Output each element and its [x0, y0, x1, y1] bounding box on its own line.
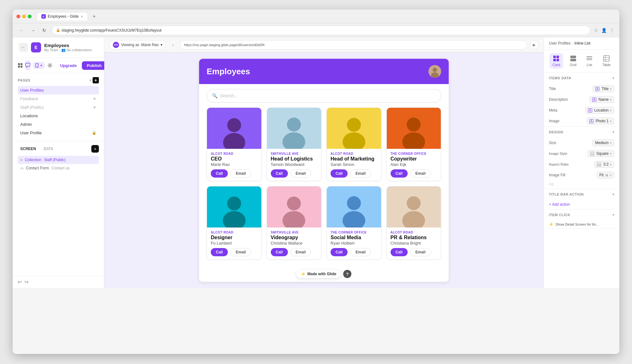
page-item-locations[interactable]: Locations	[18, 112, 99, 120]
card-view-button[interactable]: Card	[550, 53, 563, 69]
image-fill-value: Fit	[599, 173, 604, 177]
layout-view-button[interactable]	[25, 60, 30, 70]
item-click-header[interactable]: ITEM CLICK ▾	[544, 209, 619, 220]
page-item-user-profile[interactable]: User Profile 🔒	[18, 129, 99, 137]
help-button[interactable]: ?	[343, 270, 351, 278]
card-title-3: Copywriter	[391, 156, 437, 162]
new-tab-button[interactable]: +	[90, 13, 98, 20]
page-item-user-profiles[interactable]: User Profiles	[18, 86, 99, 94]
email-button-0[interactable]: Email	[230, 169, 251, 178]
email-button-7[interactable]: Email	[410, 248, 431, 256]
employee-card-3[interactable]: THE CORNER OFFICE Copywriter Alan Eijk C…	[386, 107, 441, 181]
grid-view-button-right[interactable]: Grid	[567, 53, 580, 69]
meta-field-select[interactable]: A Location ▾	[585, 107, 614, 114]
settings-button[interactable]	[47, 60, 52, 70]
profile-icon[interactable]: 👤	[601, 28, 607, 33]
svg-point-21	[223, 211, 246, 228]
employee-card-5[interactable]: SMITHVILLE AVE Videograpy Christina Wall…	[267, 186, 322, 260]
description-field-label: Description	[549, 97, 571, 102]
screen-item-collection[interactable]: ≡ Collection Staff (Public)	[18, 156, 99, 164]
email-button-4[interactable]: Email	[230, 248, 251, 256]
email-button-1[interactable]: Email	[290, 169, 311, 178]
employee-card-1[interactable]: SMITHVILLE AVE Head of Logistics Tamsin …	[267, 107, 322, 181]
close-btn[interactable]	[16, 15, 20, 18]
minimize-btn[interactable]	[22, 15, 26, 18]
back-button[interactable]: ←	[18, 27, 25, 34]
email-button-2[interactable]: Email	[350, 169, 371, 178]
breadcrumb-current: Inline List	[574, 41, 591, 46]
employee-card-7[interactable]: ALCOT ROAD PR & Relations Christiana Bri…	[386, 186, 441, 260]
pages-chevron[interactable]: ▾	[89, 78, 92, 82]
traffic-lights	[16, 15, 32, 18]
email-button-5[interactable]: Email	[290, 248, 311, 256]
svg-rect-0	[18, 63, 20, 65]
app-back-button[interactable]: ←	[19, 43, 28, 52]
preview-play-button[interactable]: ▶	[530, 40, 538, 49]
screen-item-contact-form[interactable]: ▭ Contact Form Contact us	[18, 164, 99, 172]
page-item-feedback[interactable]: Feedback 👁	[18, 94, 99, 103]
reload-button[interactable]: ↻	[40, 27, 48, 34]
image-fill-row: Image Fill Fit ⊙ ▾	[544, 170, 619, 180]
email-button-6[interactable]: Email	[350, 248, 371, 256]
url-bar[interactable]: 🔒 staging.heyglide.com/app/FeuesCXSUIJzM…	[52, 26, 590, 35]
image-style-row: Image Style □ Square ▾	[544, 148, 619, 159]
call-button-1[interactable]: Call	[271, 169, 288, 178]
items-data-header[interactable]: ITEMS DATA ▾	[544, 73, 619, 83]
svg-point-14	[287, 118, 301, 131]
employee-card-2[interactable]: ALCOT ROAD Head of Marketing Sarah Simon…	[326, 107, 381, 181]
call-button-7[interactable]: Call	[391, 248, 408, 256]
search-box[interactable]: 🔍 Search...	[207, 89, 441, 102]
undo-button[interactable]: ↩	[18, 279, 22, 285]
call-button-2[interactable]: Call	[331, 169, 348, 178]
call-button-5[interactable]: Call	[271, 248, 288, 256]
eye-off-icon-2: 👁	[93, 106, 96, 109]
fit-icon: ⊙	[605, 173, 608, 177]
viewing-as-selector[interactable]: MR Viewing as Marie Rao ▾	[109, 40, 166, 50]
image-field-select[interactable]: A Photo 1 ▾	[586, 118, 614, 124]
menu-icon[interactable]: ⋮	[610, 28, 614, 33]
image-fill-select[interactable]: Fit ⊙ ▾	[597, 172, 614, 179]
employee-card-4[interactable]: ALCOT ROAD Designer Fo Lambert Call Emai…	[207, 186, 262, 260]
breadcrumb-parent[interactable]: User Profiles	[549, 41, 571, 46]
maximize-btn[interactable]	[28, 15, 32, 18]
device-selector[interactable]: ▾	[33, 62, 45, 69]
description-field-select[interactable]: A Name ▾	[589, 96, 614, 103]
table-view-button[interactable]: Table	[599, 53, 614, 69]
size-select[interactable]: Medium ▾	[592, 139, 614, 146]
bookmark-icon[interactable]: ☆	[594, 28, 598, 33]
screen-tab[interactable]: SCREEN	[18, 146, 39, 152]
preview-back-button[interactable]: ‹	[168, 40, 177, 49]
card-image-1	[267, 108, 321, 149]
active-tab[interactable]: E Employees - Glide ✕	[37, 12, 88, 21]
design-header[interactable]: DESIGN ▾	[544, 127, 619, 137]
list-view-button[interactable]: List	[583, 53, 596, 69]
aspect-ratio-select[interactable]: ▭ 3:2 ▾	[594, 161, 614, 168]
email-button-3[interactable]: Email	[410, 169, 431, 178]
meta-chevron-icon: ▾	[610, 109, 611, 112]
add-page-button[interactable]: +	[93, 77, 99, 83]
call-button-4[interactable]: Call	[211, 248, 228, 256]
image-style-select[interactable]: □ Square ▾	[587, 150, 614, 157]
card-title-0: CEO	[211, 156, 258, 162]
page-item-admin[interactable]: Admin	[18, 120, 99, 129]
add-screen-button[interactable]: +	[91, 145, 99, 153]
publish-button[interactable]: Publish	[82, 61, 107, 70]
upgrade-button[interactable]: Upgrade	[58, 62, 79, 69]
employee-card-0[interactable]: ALCOT ROAD CEO Marie Rao Call Email	[207, 107, 262, 181]
call-button-3[interactable]: Call	[391, 169, 408, 178]
forward-button[interactable]: →	[29, 27, 37, 34]
call-button-6[interactable]: Call	[331, 248, 348, 256]
call-button-0[interactable]: Call	[211, 169, 228, 178]
page-item-staff-public[interactable]: Staff (Public) 👁	[18, 103, 99, 112]
preview-url-bar[interactable]: https://my-page.staging.glide.page/dl/us…	[180, 40, 527, 50]
user-avatar[interactable]	[428, 65, 441, 78]
title-bar-action-header[interactable]: TITLE BAR ACTION ▾	[544, 189, 619, 200]
made-with-glide-badge[interactable]: ⚡ Made with Glide	[296, 270, 341, 278]
grid-view-button[interactable]	[18, 60, 23, 70]
employee-card-6[interactable]: THE CORNER OFFICE Social Media Ryan Holb…	[326, 186, 381, 260]
title-field-select[interactable]: A Title ▾	[592, 85, 614, 92]
data-tab[interactable]: DATA	[41, 146, 56, 152]
tab-close-icon[interactable]: ✕	[81, 15, 83, 18]
redo-button[interactable]: ↪	[24, 279, 28, 285]
add-action-button[interactable]: + Add action	[544, 200, 619, 209]
